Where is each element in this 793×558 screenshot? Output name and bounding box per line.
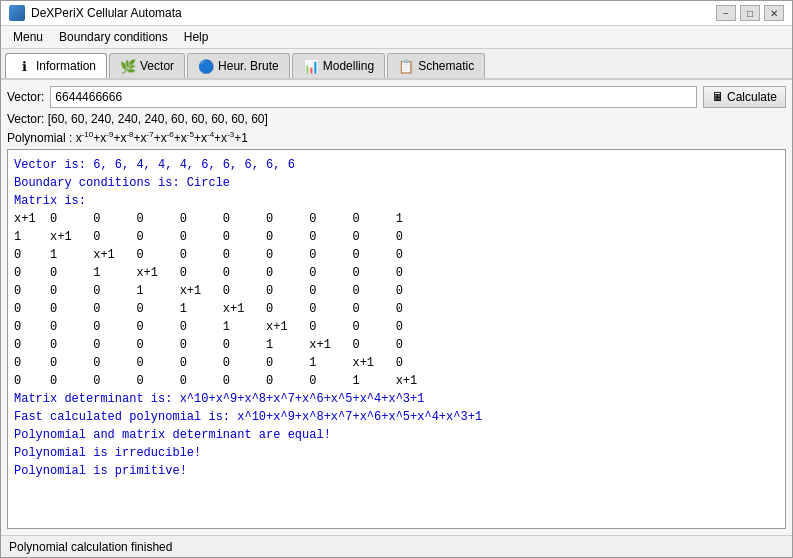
tab-icon-2: 🔵: [198, 58, 214, 74]
output-line: Polynomial is irreducible!: [14, 444, 779, 462]
output-line: 0 0 0 0 0 0 0 0 1 x+1: [14, 372, 779, 390]
output-line: 0 1 x+1 0 0 0 0 0 0 0: [14, 246, 779, 264]
app-icon: [9, 5, 25, 21]
output-box: Vector is: 6, 6, 4, 4, 4, 6, 6, 6, 6, 6B…: [7, 149, 786, 529]
output-line: 1 x+1 0 0 0 0 0 0 0 0: [14, 228, 779, 246]
output-line: 0 0 0 1 x+1 0 0 0 0 0: [14, 282, 779, 300]
output-line: Fast calculated polynomial is: x^10+x^9+…: [14, 408, 779, 426]
menu-item-menu[interactable]: Menu: [5, 28, 51, 46]
output-line: 0 0 0 0 1 x+1 0 0 0 0: [14, 300, 779, 318]
tab-label-3: Modelling: [323, 59, 374, 73]
tab-modelling[interactable]: 📊Modelling: [292, 53, 385, 78]
maximize-button[interactable]: □: [740, 5, 760, 21]
poly-display: Polynomial : x-10+x-9+x-8+x-7+x-6+x-5+x-…: [7, 130, 786, 145]
tab-icon-0: ℹ: [16, 58, 32, 74]
tab-bar: ℹInformation🌿Vector🔵Heur. Brute📊Modellin…: [1, 49, 792, 80]
window-controls: − □ ✕: [716, 5, 784, 21]
window-title: DeXPeriX Cellular Automata: [31, 6, 710, 20]
tab-icon-1: 🌿: [120, 58, 136, 74]
close-button[interactable]: ✕: [764, 5, 784, 21]
menu-item-boundary-conditions[interactable]: Boundary conditions: [51, 28, 176, 46]
output-line: Matrix determinant is: x^10+x^9+x^8+x^7+…: [14, 390, 779, 408]
tab-vector[interactable]: 🌿Vector: [109, 53, 185, 78]
minimize-button[interactable]: −: [716, 5, 736, 21]
status-bar: Polynomial calculation finished: [1, 535, 792, 557]
vector-row: Vector: 🖩 Calculate: [7, 86, 786, 108]
title-bar: DeXPeriX Cellular Automata − □ ✕: [1, 1, 792, 26]
tab-icon-4: 📋: [398, 58, 414, 74]
vector-display: Vector: [60, 60, 240, 240, 240, 60, 60, …: [7, 112, 786, 126]
menu-bar: MenuBoundary conditionsHelp: [1, 26, 792, 49]
tab-icon-3: 📊: [303, 58, 319, 74]
vector-label: Vector:: [7, 90, 44, 104]
output-line: 0 0 1 x+1 0 0 0 0 0 0: [14, 264, 779, 282]
output-line: Vector is: 6, 6, 4, 4, 4, 6, 6, 6, 6, 6: [14, 156, 779, 174]
output-line: Polynomial is primitive!: [14, 462, 779, 480]
tab-label-0: Information: [36, 59, 96, 73]
tab-label-1: Vector: [140, 59, 174, 73]
tab-label-2: Heur. Brute: [218, 59, 279, 73]
tab-label-4: Schematic: [418, 59, 474, 73]
output-line: x+1 0 0 0 0 0 0 0 0 1: [14, 210, 779, 228]
output-line: Boundary conditions is: Circle: [14, 174, 779, 192]
content-area: Vector: 🖩 Calculate Vector: [60, 60, 240…: [1, 80, 792, 535]
tab-schematic[interactable]: 📋Schematic: [387, 53, 485, 78]
calc-label: Calculate: [727, 90, 777, 104]
tab-information[interactable]: ℹInformation: [5, 53, 107, 78]
output-line: 0 0 0 0 0 0 0 1 x+1 0: [14, 354, 779, 372]
status-text: Polynomial calculation finished: [9, 540, 172, 554]
vector-input[interactable]: [50, 86, 697, 108]
tab-heur-brute[interactable]: 🔵Heur. Brute: [187, 53, 290, 78]
output-line: Matrix is:: [14, 192, 779, 210]
output-line: Polynomial and matrix determinant are eq…: [14, 426, 779, 444]
menu-item-help[interactable]: Help: [176, 28, 217, 46]
calculate-button[interactable]: 🖩 Calculate: [703, 86, 786, 108]
calc-icon: 🖩: [712, 90, 724, 104]
output-line: 0 0 0 0 0 0 1 x+1 0 0: [14, 336, 779, 354]
output-line: 0 0 0 0 0 1 x+1 0 0 0: [14, 318, 779, 336]
